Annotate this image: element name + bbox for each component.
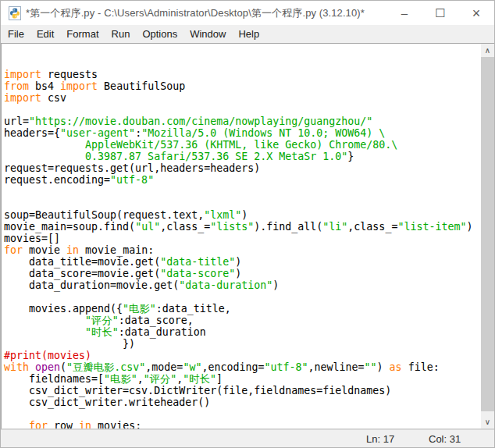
idle-editor-window: *第一个程序.py - C:\Users\Administrator\Deskt…	[0, 0, 495, 448]
menubar: File Edit Format Run Options Window Help	[1, 25, 494, 43]
code-line: csv_dict_writer=csv.DictWriter(file,fiel…	[4, 385, 481, 396]
close-button[interactable]: ×	[458, 1, 494, 25]
code-editor[interactable]: import requestsfrom bs4 import Beautiful…	[2, 44, 481, 428]
menu-help[interactable]: Help	[232, 26, 265, 42]
statusbar: Ln: 17 Col: 31	[1, 429, 494, 447]
code-line: data_title=movie.get("data-title")	[4, 256, 481, 268]
code-line: csv_dict_writer.writeheader()	[4, 396, 481, 408]
code-line: AppleWebKit/537.36 (KHTML, like Gecko) C…	[4, 139, 481, 151]
menu-file[interactable]: File	[2, 26, 30, 42]
window-title: *第一个程序.py - C:\Users\Administrator\Deskt…	[26, 6, 386, 20]
maximize-button[interactable]: ☐	[422, 1, 458, 25]
code-line: movies=[]	[4, 233, 481, 244]
code-line: 0.3987.87 Safari/537.36 SE 2.X MetaSr 1.…	[4, 151, 481, 162]
code-line: from bs4 import BeautifulSoup	[4, 80, 481, 92]
menu-format[interactable]: Format	[60, 26, 105, 42]
code-line	[4, 197, 481, 209]
code-line: for row in movies:	[4, 420, 481, 428]
menu-options[interactable]: Options	[136, 26, 183, 42]
scroll-up-icon[interactable]: ∧	[481, 44, 494, 57]
status-column-number: Col: 31	[421, 433, 483, 445]
code-line: import csv	[4, 92, 481, 104]
window-controls: – ☐ ×	[386, 1, 494, 25]
menu-window[interactable]: Window	[183, 26, 232, 42]
code-line: data_duration=movie.get("data-duration")	[4, 279, 481, 291]
code-line: movie_main=soup.find("ul",class_="lists"…	[4, 221, 481, 233]
code-line: })	[4, 338, 481, 350]
code-line: fieldnames=["电影","评分","时长"]	[4, 373, 481, 385]
code-line	[4, 104, 481, 116]
editor-area: import requestsfrom bs4 import Beautiful…	[1, 43, 494, 429]
code-line	[4, 408, 481, 420]
status-line-number: Ln: 17	[358, 433, 421, 445]
code-line: #print(movies)	[4, 350, 481, 361]
code-line	[4, 291, 481, 303]
code-lines: import requestsfrom bs4 import Beautiful…	[4, 69, 481, 428]
menu-run[interactable]: Run	[105, 26, 137, 42]
code-line: request=requests.get(url,headers=headers…	[4, 162, 481, 174]
code-line: with open("豆瓣电影.csv",mode="w",encoding="…	[4, 361, 481, 373]
code-line: for movie in movie_main:	[4, 244, 481, 256]
code-line: "时长":data_duration	[4, 326, 481, 338]
code-line: url="https://movie.douban.com/cinema/now…	[4, 116, 481, 127]
code-line: soup=BeautifulSoup(request.text,"lxml")	[4, 209, 481, 221]
code-line: request.encoding="utf-8"	[4, 174, 481, 186]
minimize-button[interactable]: –	[386, 1, 422, 25]
scroll-down-icon[interactable]: ∨	[481, 415, 494, 428]
titlebar[interactable]: *第一个程序.py - C:\Users\Administrator\Deskt…	[1, 1, 494, 25]
code-line: "评分":data_score,	[4, 315, 481, 326]
code-line: movies.append({"电影":data_title,	[4, 303, 481, 315]
code-line	[4, 186, 481, 197]
code-line: headers={"user-agent":"Mozilla/5.0 (Wind…	[4, 127, 481, 139]
code-line: import requests	[4, 69, 481, 80]
code-line: data_score=movie.get("data-score")	[4, 268, 481, 279]
scrollbar-thumb[interactable]	[481, 57, 494, 411]
vertical-scrollbar[interactable]: ∧ ∨	[481, 44, 494, 428]
menu-edit[interactable]: Edit	[30, 26, 60, 42]
python-file-icon	[8, 6, 22, 20]
